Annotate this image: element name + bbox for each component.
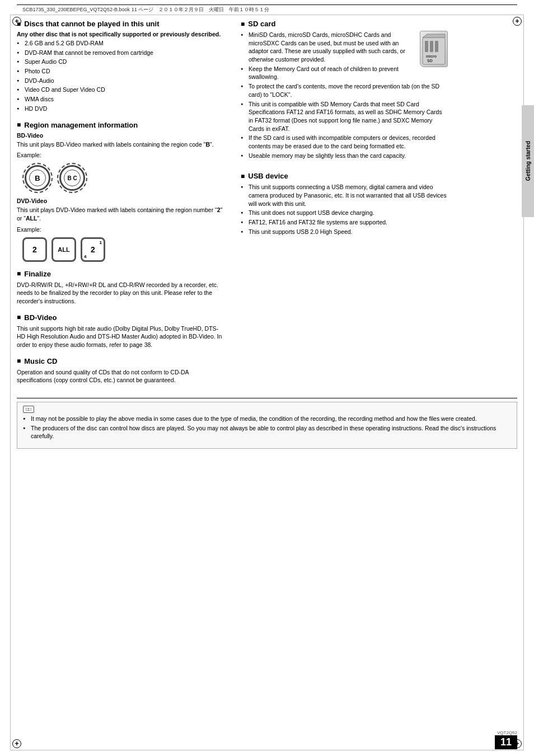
bd-video-label: BD-Video xyxy=(17,132,224,139)
list-item: DVD-Audio xyxy=(17,77,224,85)
corner-mark-bl xyxy=(12,739,21,748)
list-item: This unit is compatible with SD Memory C… xyxy=(241,100,448,133)
list-item: 2.6 GB and 5.2 GB DVD-RAM xyxy=(17,39,224,48)
list-item: Keep the Memory Card out of reach of chi… xyxy=(241,65,448,81)
usb-section: USB device This unit supports connecting… xyxy=(241,172,448,236)
list-item: Video CD and Super Video CD xyxy=(17,86,224,94)
bd-badge-2-outer: B C xyxy=(57,163,87,193)
bd-badge-1-outer: B xyxy=(22,163,53,193)
list-item: WMA discs xyxy=(17,95,224,104)
dvd-badge-2-text: ALL xyxy=(58,246,69,253)
bd-video-text: This unit plays BD-Video marked with lab… xyxy=(17,140,224,149)
side-tab-label: Getting started xyxy=(525,141,531,181)
dvd-badge-3: 1 2 4 xyxy=(81,237,105,262)
note-icon: □□ xyxy=(23,406,34,413)
discs-section: Discs that cannot be played in this unit… xyxy=(17,20,224,113)
bd-inner-ring-2 xyxy=(64,170,81,186)
list-item: Useable memory may be slightly less than… xyxy=(241,152,448,160)
dvd-region-badges: 2 ALL 1 2 4 xyxy=(22,237,224,262)
note-item: It may not be possible to play the above… xyxy=(23,415,511,423)
dvd-badge-1: 2 xyxy=(22,237,47,262)
usb-title: USB device xyxy=(241,172,448,180)
list-item: MiniSD Cards, microSD Cards, microSDHC C… xyxy=(241,31,448,64)
discs-list: 2.6 GB and 5.2 GB DVD-RAM DVD-RAM that c… xyxy=(17,39,224,113)
musiccd-section: Music CD Operation and sound quality of … xyxy=(17,357,224,384)
page-code: VQT2Q52 xyxy=(497,730,517,735)
musiccd-text: Operation and sound quality of CDs that … xyxy=(17,368,224,384)
file-info: SCB1735_330_230EBEPEG_VQT2Q52-B.book 11 … xyxy=(22,7,269,12)
dvd-badge-1-text: 2 xyxy=(32,245,37,254)
notes-list: It may not be possible to play the above… xyxy=(23,415,511,440)
corner-mark-tl xyxy=(12,17,21,26)
region-section: Region management information BD-Video T… xyxy=(17,121,224,262)
list-item: If the SD card is used with incompatible… xyxy=(241,134,448,150)
file-header: SCB1735_330_230EBEPEG_VQT2Q52-B.book 11 … xyxy=(17,4,517,15)
sdcard-list: MiniSD Cards, microSD Cards, microSDHC C… xyxy=(241,31,448,159)
bd-example-label: Example: xyxy=(17,152,224,158)
dvd-video-text: This unit plays DVD-Video marked with la… xyxy=(17,206,224,222)
bd-badge-2: B C xyxy=(59,165,85,191)
bd-region-badges: B B C xyxy=(22,163,224,193)
page-container: SCB1735_330_230EBEPEG_VQT2Q52-B.book 11 … xyxy=(0,4,534,756)
page-footer: VQT2Q52 11 xyxy=(495,730,517,749)
list-item: Photo CD xyxy=(17,67,224,76)
bdvideo-text: This unit supports high bit rate audio (… xyxy=(17,325,224,349)
bdvideo-section: BD-Video This unit supports high bit rat… xyxy=(17,313,224,349)
finalize-section: Finalize DVD-R/RW/R DL, +R/+RW/+R DL and… xyxy=(17,270,224,306)
page-number: 11 xyxy=(495,735,517,749)
finalize-text: DVD-R/RW/R DL, +R/+RW/+R DL and CD-R/RW … xyxy=(17,281,224,306)
main-content: Discs that cannot be played in this unit… xyxy=(0,20,534,392)
side-tab: Getting started xyxy=(522,105,534,217)
list-item: This unit does not support USB device ch… xyxy=(241,209,448,217)
list-item: FAT12, FAT16 and FAT32 file systems are … xyxy=(241,218,448,227)
sdcard-section: SD card micro SD xyxy=(241,20,448,164)
bd-badge-1: B xyxy=(25,165,50,191)
corner-mark-tr xyxy=(513,17,522,26)
dvd-badge-3-top: 1 xyxy=(100,240,102,245)
note-item: The producers of the disc can control ho… xyxy=(23,424,511,440)
bd-inner-ring-1 xyxy=(29,170,46,186)
dvd-badge-3-bottom: 4 xyxy=(84,254,86,259)
region-title: Region management information xyxy=(17,121,224,129)
list-item: DVD-RAM that cannot be removed from cart… xyxy=(17,49,224,57)
right-column: SD card micro SD xyxy=(235,20,448,392)
dvd-badge-2: ALL xyxy=(51,237,76,262)
musiccd-title: Music CD xyxy=(17,357,224,365)
discs-subtitle: Any other disc that is not specifically … xyxy=(17,31,224,37)
dvd-example-label: Example: xyxy=(17,226,224,233)
list-item: This unit supports connecting a USB memo… xyxy=(241,183,448,208)
note-box: □□ It may not be possible to play the ab… xyxy=(17,402,517,449)
note-header: □□ xyxy=(23,406,511,413)
list-item: Super Audio CD xyxy=(17,58,224,66)
bdvideo-title: BD-Video xyxy=(17,313,224,322)
usb-list: This unit supports connecting a USB memo… xyxy=(241,183,448,236)
dvd-video-label: DVD-Video xyxy=(17,198,224,204)
bottom-section: □□ It may not be possible to play the ab… xyxy=(17,398,517,449)
discs-title: Discs that cannot be played in this unit xyxy=(17,20,224,28)
dvd-badge-3-main: 2 xyxy=(91,245,95,254)
list-item: This unit supports USB 2.0 High Speed. xyxy=(241,228,448,236)
left-column: Discs that cannot be played in this unit… xyxy=(17,20,235,392)
list-item: HD DVD xyxy=(17,105,224,113)
sdcard-title: SD card xyxy=(241,20,448,28)
list-item: To protect the card's contents, move the… xyxy=(241,82,448,98)
finalize-title: Finalize xyxy=(17,270,224,278)
